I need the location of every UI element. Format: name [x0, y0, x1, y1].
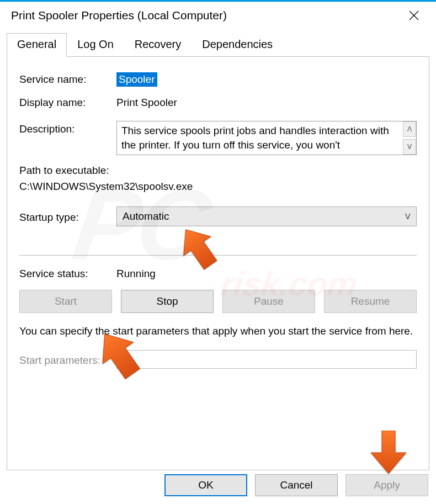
- titlebar: Print Spooler Properties (Local Computer…: [0, 2, 436, 33]
- tab-general[interactable]: General: [7, 33, 67, 57]
- pause-button[interactable]: Pause: [222, 290, 315, 313]
- label-startup-type: Startup type:: [19, 209, 116, 224]
- divider: [19, 255, 417, 256]
- startup-type-combo[interactable]: Automatic ᐯ: [116, 206, 417, 226]
- tab-strip: General Log On Recovery Dependencies: [7, 33, 429, 56]
- value-path: C:\WINDOWS\System32\spoolsv.exe: [19, 179, 417, 195]
- value-service-name: Spooler: [116, 72, 157, 87]
- label-service-name: Service name:: [19, 71, 116, 86]
- value-display-name: Print Spooler: [116, 94, 177, 109]
- cancel-button[interactable]: Cancel: [255, 474, 338, 496]
- value-description: This service spools print jobs and handl…: [121, 125, 389, 151]
- value-startup-type: Automatic: [123, 210, 169, 222]
- start-parameters-input[interactable]: [116, 350, 417, 369]
- close-icon: [409, 10, 419, 20]
- description-scrollbar: ᐱ ᐯ: [403, 121, 416, 155]
- chevron-down-icon: ᐯ: [405, 212, 411, 221]
- resume-button[interactable]: Resume: [324, 290, 417, 313]
- window-title: Print Spooler Properties (Local Computer…: [11, 9, 227, 22]
- close-button[interactable]: [403, 4, 425, 26]
- scroll-down-button[interactable]: ᐯ: [403, 139, 416, 155]
- apply-button[interactable]: Apply: [345, 474, 428, 496]
- svg-marker-2: [182, 224, 220, 271]
- tab-logon[interactable]: Log On: [67, 33, 124, 57]
- label-description: Description:: [19, 121, 116, 135]
- label-display-name: Display name:: [19, 94, 116, 109]
- value-service-status: Running: [116, 266, 156, 280]
- start-button[interactable]: Start: [19, 290, 112, 313]
- chevron-down-icon: ᐯ: [407, 142, 412, 151]
- dialog-button-row: OK Cancel Apply: [164, 474, 428, 496]
- stop-button[interactable]: Stop: [121, 290, 214, 313]
- ok-button[interactable]: OK: [164, 474, 247, 496]
- label-start-parameters: Start parameters:: [19, 352, 116, 367]
- label-service-status: Service status:: [19, 266, 116, 280]
- scroll-up-button[interactable]: ᐱ: [403, 121, 416, 137]
- tab-recovery[interactable]: Recovery: [124, 33, 192, 57]
- tab-dependencies[interactable]: Dependencies: [192, 33, 283, 57]
- chevron-up-icon: ᐱ: [407, 125, 412, 134]
- tabpanel-general: PCrisk.com Service name: Spooler Display…: [7, 56, 429, 470]
- description-box[interactable]: This service spools print jobs and handl…: [116, 121, 417, 155]
- start-params-note: You can specify the start parameters tha…: [19, 324, 417, 339]
- label-path: Path to executable:: [19, 163, 417, 179]
